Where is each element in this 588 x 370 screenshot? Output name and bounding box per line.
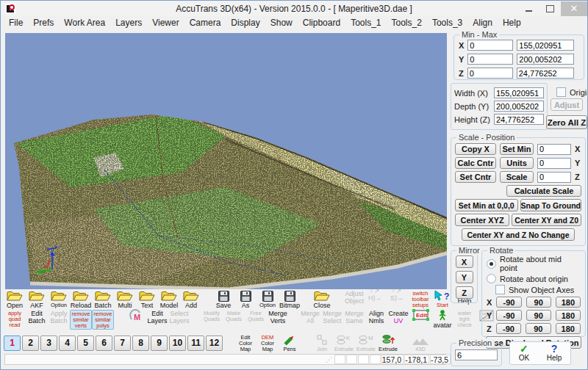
min-y-input[interactable]	[467, 54, 513, 65]
width-x-input[interactable]	[494, 87, 544, 98]
copy-x-button[interactable]: Copy X	[455, 143, 496, 155]
menu-item-prefs[interactable]: Prefs	[28, 17, 59, 29]
pens-button[interactable]: Pens	[279, 334, 301, 352]
menu-item-work-area[interactable]: Work Area	[59, 17, 110, 29]
rotate-origin-radio[interactable]: Rotate about origin	[487, 274, 581, 283]
rotate-z-90-button[interactable]: -90	[496, 323, 521, 334]
ok-button[interactable]: ✓ OK	[519, 344, 529, 362]
page-button-4[interactable]: 4	[59, 335, 76, 351]
magnet-m-icon-button[interactable]: M	[124, 310, 146, 322]
rotate-x-180-button[interactable]: 180	[556, 297, 581, 308]
center-xyz-button[interactable]: Center XYZ	[455, 214, 509, 226]
page-button-12[interactable]: 12	[206, 335, 223, 351]
menu-item-display[interactable]: Display	[226, 17, 265, 29]
add-button[interactable]: Add	[180, 290, 202, 310]
extrude-button[interactable]: Extrude	[377, 334, 399, 352]
page-button-11[interactable]: 11	[187, 335, 204, 351]
rotate-x-90-button[interactable]: -90	[496, 297, 521, 308]
origin-checkbox[interactable]: Origin	[556, 87, 588, 97]
snap-to-ground-button[interactable]: Snap To Ground	[520, 199, 581, 211]
max-y-input[interactable]	[517, 54, 574, 65]
menu-item-tools-2[interactable]: Tools_2	[387, 17, 427, 29]
text-button[interactable]: Text	[136, 290, 158, 310]
page-button-2[interactable]: 2	[22, 335, 39, 351]
merge-verts-button[interactable]: MergeVerts	[267, 310, 289, 324]
scale-button[interactable]: Scale	[500, 171, 534, 183]
page-button-7[interactable]: 7	[114, 335, 131, 351]
rotate-z-180-button[interactable]: 180	[556, 323, 581, 334]
menu-item-layers[interactable]: Layers	[110, 17, 147, 29]
multi-button[interactable]: Multi	[114, 290, 136, 310]
option-button[interactable]: Option	[48, 290, 70, 308]
center-xy-z-nochange-button[interactable]: Center XY and Z No Change	[462, 228, 575, 241]
save-button[interactable]: Save	[212, 290, 234, 310]
menu-item-viewer[interactable]: Viewer	[147, 17, 184, 29]
rotate-x-90-button[interactable]: 90	[526, 297, 551, 308]
menu-item-help[interactable]: Help	[498, 17, 526, 29]
avatar-button[interactable]: avatar	[431, 310, 453, 330]
menu-item-clipboard[interactable]: Clipboard	[298, 17, 345, 29]
set-min-button[interactable]: Set Min	[500, 143, 534, 155]
batch-button[interactable]: Batch	[92, 290, 114, 310]
show-object-axes-checkbox[interactable]: Show Object Axes	[495, 285, 581, 294]
switch-toolbar-setups-button[interactable]: switchtoolbarsetups	[409, 290, 431, 308]
maximize-button[interactable]	[539, 1, 561, 16]
mirror-z-button[interactable]: Z	[456, 286, 473, 299]
set-min-000-button[interactable]: Set Min at 0,0,0	[455, 199, 518, 211]
precision-input[interactable]	[455, 349, 498, 360]
page-button-8[interactable]: 8	[132, 335, 149, 351]
set-cntr-button[interactable]: Set Cntr	[455, 171, 496, 183]
page-button-6[interactable]: 6	[96, 335, 112, 351]
calc-cntr-button[interactable]: Calc Cntr	[455, 157, 496, 169]
viewport-3d[interactable]	[5, 33, 447, 289]
close-button[interactable]: Close	[311, 290, 333, 310]
bitmap-button[interactable]: Bitmap	[279, 290, 301, 310]
remove-similar-polys-button[interactable]: removesimilarpolys	[92, 310, 114, 330]
rotate-y-90-button[interactable]: 90	[526, 310, 551, 321]
mirror-y-button[interactable]: Y	[456, 271, 473, 283]
page-button-10[interactable]: 10	[169, 335, 186, 351]
page-button-9[interactable]: 9	[151, 335, 168, 351]
remove-similar-verts-button[interactable]: removesimilarverts	[70, 310, 92, 330]
scale-x-input[interactable]	[537, 144, 571, 155]
page-button-5[interactable]: 5	[77, 335, 94, 351]
dem-color-map-button[interactable]: DEMColorMap	[257, 334, 279, 352]
min-x-input[interactable]	[467, 40, 513, 51]
min-z-input[interactable]	[467, 68, 513, 79]
menu-item-file[interactable]: File	[4, 17, 28, 29]
edit-color-map-button[interactable]: EditColorMap	[234, 334, 257, 352]
height-z-input[interactable]	[494, 114, 544, 125]
menu-item-tools-3[interactable]: Tools_3	[427, 17, 467, 29]
minimize-button[interactable]	[518, 1, 539, 16]
apply-quad-read-button[interactable]: applyquadread	[4, 310, 26, 328]
create-uv-button[interactable]: CreateUV	[387, 310, 409, 324]
scale-z-input[interactable]	[537, 172, 571, 183]
zero-all-z-button[interactable]: Zero All Z	[546, 115, 587, 129]
calculate-scale-button[interactable]: Calculate Scale	[506, 185, 581, 197]
menu-item-tools-1[interactable]: Tools_1	[345, 17, 386, 29]
page-button-1[interactable]: 1	[4, 335, 21, 351]
center-xy-z0-button[interactable]: Center XY and Z0	[512, 214, 581, 226]
align-nmls-button[interactable]: AlignNmls	[365, 310, 387, 324]
max-z-input[interactable]	[517, 68, 574, 79]
units-button[interactable]: Units	[500, 157, 534, 169]
menu-item-camera[interactable]: Camera	[184, 17, 226, 29]
rotate-y-90-button[interactable]: -90	[496, 310, 521, 321]
model-button[interactable]: Model	[158, 290, 180, 310]
scale-y-input[interactable]	[537, 158, 571, 169]
rotate-z-90-button[interactable]: 90	[526, 323, 551, 334]
edit-batch-button[interactable]: EditBatch	[26, 310, 48, 324]
edit-box-icon-button[interactable]: Edit	[409, 310, 431, 322]
rotate-y-180-button[interactable]: 180	[556, 310, 581, 321]
reload-button[interactable]: Reload	[70, 290, 92, 310]
menu-item-show[interactable]: Show	[265, 17, 298, 29]
rotate-mid-radio[interactable]: Rotate about mid point	[487, 255, 581, 272]
depth-y-input[interactable]	[494, 101, 544, 112]
option-button[interactable]: Option	[257, 290, 279, 308]
close-button[interactable]: ✕	[561, 1, 587, 16]
help-button[interactable]: ? Help	[547, 344, 562, 362]
akf-button[interactable]: AKF	[26, 290, 48, 310]
as-button[interactable]: As	[234, 290, 257, 310]
mirror-x-button[interactable]: X	[456, 255, 473, 268]
edit-layers-button[interactable]: EditLayers	[146, 310, 168, 324]
